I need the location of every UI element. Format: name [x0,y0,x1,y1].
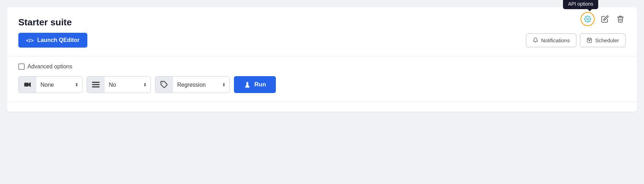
main-card: API options [7,7,637,112]
advanced-options-checkbox[interactable] [18,63,25,70]
advanced-options-label: Advanced options [27,63,72,70]
api-options-tooltip: API options [563,0,598,9]
svg-rect-9 [92,82,100,83]
notifications-label: Notifications [541,37,570,43]
top-divider [7,56,637,56]
recording-select-group: None Record Replay ⬍ [18,76,82,93]
launch-qeditor-button[interactable]: </> Launch QEditor [18,33,87,48]
code-icon: </> [26,37,34,43]
regression-select-wrapper: Regression Smoke Full ⬍ [173,76,229,93]
title-row: Starter suite [18,17,626,28]
run-button-label: Run [254,81,266,88]
right-action-buttons: Notifications Scheduler [526,33,626,47]
launch-button-label: Launch QEditor [37,37,80,43]
regression-select[interactable]: Regression Smoke Full [173,76,229,93]
recording-select-wrapper: None Record Replay ⬍ [36,76,82,93]
lines-icon [92,82,100,87]
api-options-tooltip-wrapper: API options [581,12,595,26]
tag-icon [160,81,168,88]
video-icon [24,81,31,88]
no-select-group: No Yes ⬍ [87,76,151,93]
flask-icon [244,81,251,88]
svg-point-0 [587,18,589,20]
page-wrapper: API options [0,0,644,184]
svg-rect-11 [92,86,100,87]
delete-button[interactable] [615,14,626,24]
selects-row: None Record Replay ⬍ [18,76,626,93]
bottom-divider [7,102,637,102]
gear-icon [584,16,591,23]
bell-icon [533,37,538,43]
scheduler-button[interactable]: Scheduler [580,33,626,47]
regression-select-group: Regression Smoke Full ⬍ [155,76,230,93]
no-select[interactable]: No Yes [105,76,150,93]
lines-icon-area [87,76,105,93]
actions-row: </> Launch QEditor Notifications [18,33,626,48]
edit-button[interactable] [600,14,610,24]
run-button[interactable]: Run [234,76,276,93]
calendar-icon [587,37,592,43]
scheduler-label: Scheduler [595,37,619,43]
beaker-icon [244,81,251,88]
edit-icon [601,15,609,23]
no-select-wrapper: No Yes ⬍ [105,76,150,93]
trash-icon [617,15,624,23]
tag-icon-area [155,76,173,93]
advanced-options-row: Advanced options [18,63,626,70]
api-options-button[interactable] [581,12,595,26]
page-title: Starter suite [18,17,72,28]
svg-rect-7 [24,83,29,87]
recording-icon-area [19,76,36,93]
recording-select[interactable]: None Record Replay [36,76,82,93]
svg-rect-10 [92,84,100,85]
svg-marker-8 [29,82,31,87]
notifications-button[interactable]: Notifications [526,33,577,47]
